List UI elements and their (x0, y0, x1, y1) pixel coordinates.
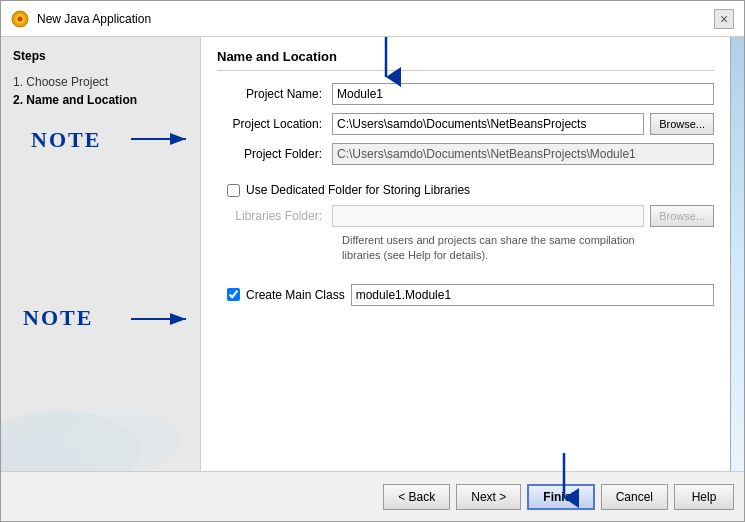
sidebar-decoration (1, 351, 201, 471)
app-icon (11, 10, 29, 28)
dedicated-folder-label: Use Dedicated Folder for Storing Librari… (246, 183, 470, 197)
project-folder-input[interactable] (332, 143, 714, 165)
project-location-label: Project Location: (217, 117, 332, 131)
finish-button[interactable]: Finish (527, 484, 594, 510)
steps-list: 1. Choose Project 2. Name and Location (13, 73, 188, 109)
cancel-button[interactable]: Cancel (601, 484, 668, 510)
step-2: 2. Name and Location (13, 91, 188, 109)
project-location-browse-button[interactable]: Browse... (650, 113, 714, 135)
panel-title: Name and Location (217, 49, 714, 71)
next-button[interactable]: Next > (456, 484, 521, 510)
libraries-folder-label: Libraries Folder: (217, 209, 332, 223)
libraries-folder-input[interactable] (332, 205, 644, 227)
steps-title: Steps (13, 49, 188, 63)
create-main-class-checkbox[interactable] (227, 288, 240, 301)
right-edge-decoration (730, 37, 744, 471)
title-bar: New Java Application × (1, 1, 744, 37)
dialog-window: New Java Application × Steps 1. Choose P… (0, 0, 745, 522)
project-folder-row: Project Folder: (217, 143, 714, 165)
sidebar: Steps 1. Choose Project 2. Name and Loca… (1, 37, 201, 471)
project-location-row: Project Location: Browse... (217, 113, 714, 135)
create-main-class-label: Create Main Class (246, 288, 345, 302)
main-class-input[interactable] (351, 284, 714, 306)
libraries-browse-button[interactable]: Browse... (650, 205, 714, 227)
back-button[interactable]: < Back (383, 484, 450, 510)
dedicated-folder-row: Use Dedicated Folder for Storing Librari… (217, 183, 714, 197)
project-name-input[interactable] (332, 83, 714, 105)
help-button[interactable]: Help (674, 484, 734, 510)
svg-point-2 (18, 16, 23, 21)
libraries-folder-row: Libraries Folder: Browse... (217, 205, 714, 227)
project-name-label: Project Name: (217, 87, 332, 101)
project-folder-label: Project Folder: (217, 147, 332, 161)
bottom-button-bar: < Back Next > Finish Cancel Help (1, 471, 744, 521)
hint-text: Different users and projects can share t… (342, 233, 714, 264)
step-1: 1. Choose Project (13, 73, 188, 91)
create-main-class-row: Create Main Class (217, 284, 714, 306)
right-panel: Name and Location Project Name: Project … (201, 37, 730, 471)
note-bottom: NOTE (23, 305, 93, 331)
main-content: Steps 1. Choose Project 2. Name and Loca… (1, 37, 744, 471)
note-top: NOTE (31, 127, 101, 153)
project-name-row: Project Name: (217, 83, 714, 105)
dedicated-folder-checkbox[interactable] (227, 184, 240, 197)
close-button[interactable]: × (714, 9, 734, 29)
title-bar-text: New Java Application (37, 12, 714, 26)
project-location-input[interactable] (332, 113, 644, 135)
